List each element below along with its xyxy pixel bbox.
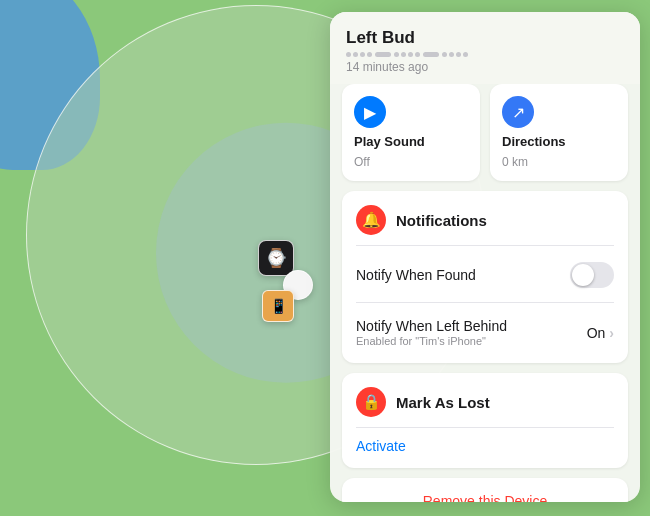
device-watch-icon: ⌚ (258, 240, 294, 276)
notify-left-behind-label: Notify When Left Behind (356, 318, 587, 334)
panel-last-seen: 14 minutes ago (346, 60, 624, 74)
id-dot (367, 52, 372, 57)
notify-found-row: Notify When Found (356, 256, 614, 294)
id-dot (401, 52, 406, 57)
directions-label: Directions (502, 134, 616, 149)
notify-left-behind-content: Notify When Left Behind Enabled for "Tim… (356, 318, 587, 347)
notify-left-behind-sub: Enabled for "Tim's iPhone" (356, 335, 587, 347)
notifications-card: 🔔 Notifications Notify When Found Notify… (342, 191, 628, 363)
id-dash (423, 52, 439, 57)
mark-as-lost-header: 🔒 Mark As Lost (356, 387, 614, 417)
id-dash (375, 52, 391, 57)
id-dot (353, 52, 358, 57)
panel-header: Left Bud 14 minutes ag (330, 12, 640, 84)
notify-left-behind-row[interactable]: Notify When Left Behind Enabled for "Tim… (356, 312, 614, 349)
location-cluster: ⌚ 📱 (248, 240, 328, 330)
play-sound-status: Off (354, 155, 468, 169)
notify-left-behind-right: On › (587, 325, 614, 341)
notifications-title: Notifications (396, 212, 487, 229)
mark-as-lost-title: Mark As Lost (396, 394, 490, 411)
divider (356, 427, 614, 428)
device-panel: Left Bud 14 minutes ag (330, 12, 640, 502)
notifications-icon: 🔔 (356, 205, 386, 235)
chevron-right-icon: › (609, 325, 614, 341)
panel-content: ▶ Play Sound Off ↗ Directions 0 km 🔔 Not… (330, 84, 640, 502)
lock-icon: 🔒 (356, 387, 386, 417)
notifications-header: 🔔 Notifications (356, 205, 614, 235)
id-dot (415, 52, 420, 57)
divider (356, 302, 614, 303)
id-dot (442, 52, 447, 57)
mark-as-lost-card: 🔒 Mark As Lost Activate (342, 373, 628, 468)
directions-distance: 0 km (502, 155, 616, 169)
id-dot (394, 52, 399, 57)
id-dot (346, 52, 351, 57)
notify-left-behind-status: On (587, 325, 606, 341)
directions-button[interactable]: ↗ Directions 0 km (490, 84, 628, 181)
notify-found-toggle[interactable] (570, 262, 614, 288)
id-dot (360, 52, 365, 57)
id-dot (456, 52, 461, 57)
directions-icon: ↗ (502, 96, 534, 128)
panel-title: Left Bud (346, 28, 624, 48)
id-dot (449, 52, 454, 57)
device-phone-icon: 📱 (262, 290, 294, 322)
remove-device-label: Remove this Device (423, 493, 548, 503)
panel-device-id (346, 52, 624, 57)
toggle-knob (572, 264, 594, 286)
play-sound-button[interactable]: ▶ Play Sound Off (342, 84, 480, 181)
id-dot (408, 52, 413, 57)
id-dot (463, 52, 468, 57)
notify-found-label: Notify When Found (356, 267, 476, 283)
play-sound-icon: ▶ (354, 96, 386, 128)
remove-device-card[interactable]: Remove this Device (342, 478, 628, 503)
divider (356, 245, 614, 246)
play-sound-label: Play Sound (354, 134, 468, 149)
action-buttons-row: ▶ Play Sound Off ↗ Directions 0 km (342, 84, 628, 181)
activate-button[interactable]: Activate (356, 438, 614, 454)
